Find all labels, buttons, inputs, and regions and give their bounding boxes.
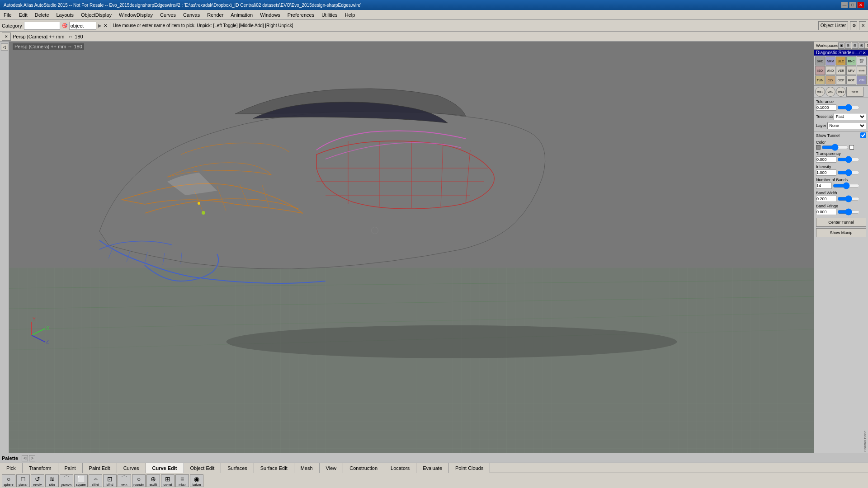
layer-select[interactable]: None All	[827, 122, 866, 129]
viewport[interactable]: X Z Y Persp [Camera] ++ mm ↔ 180	[9, 42, 814, 453]
object-name-input[interactable]	[69, 22, 96, 30]
menu-item-layouts[interactable]: Layouts	[53, 10, 78, 20]
vis3-icon[interactable]: vis3	[836, 87, 846, 97]
tab-paint-edit[interactable]: Paint Edit	[83, 463, 117, 473]
transparency-input[interactable]	[816, 156, 836, 163]
object-lister-button[interactable]: Object Lister	[818, 21, 848, 30]
tool-roundm[interactable]: ○roundm	[132, 474, 146, 487]
menu-item-preferences[interactable]: Preferences	[284, 10, 318, 20]
color-slider[interactable]	[821, 145, 849, 150]
palette-btn2[interactable]: ▷	[29, 455, 35, 461]
palette-btn1[interactable]: ◁	[22, 455, 28, 461]
shader-andr[interactable]: AND	[826, 66, 835, 75]
band-fringe-slider[interactable]	[837, 210, 860, 214]
num-bands-slider[interactable]	[833, 183, 860, 188]
vis2-icon[interactable]: vis2	[826, 87, 835, 97]
intensity-slider[interactable]	[837, 170, 860, 175]
tool-mbsr[interactable]: ≡mbsr	[175, 474, 189, 487]
shader-vers[interactable]: VER	[836, 66, 846, 75]
tab-paint[interactable]: Paint	[58, 463, 83, 473]
show-tunnel-checkbox[interactable]	[860, 132, 866, 138]
tab-object-edit[interactable]: Object Edit	[184, 463, 222, 473]
band-fringe-input[interactable]	[816, 209, 836, 215]
shader-isol[interactable]: ISO	[815, 66, 825, 75]
tab-construction[interactable]: Construction	[343, 463, 384, 473]
tool-skin[interactable]: ≋skin	[45, 474, 59, 487]
diag-maximize-btn[interactable]: □	[860, 51, 862, 55]
tool-sphere[interactable]: ○sphere	[2, 474, 15, 487]
tab-mesh[interactable]: Mesh	[294, 463, 320, 473]
tab-surfaces[interactable]: Surfaces	[221, 463, 254, 473]
tool-blfnd[interactable]: ⊡blfnd	[103, 474, 117, 487]
ws-btn3[interactable]: ⊟	[852, 42, 858, 49]
intensity-input[interactable]	[816, 169, 836, 176]
toolbar-extra2[interactable]: ✕	[859, 21, 866, 30]
tool-balcm[interactable]: ◉balcm	[190, 474, 203, 487]
tab-curves[interactable]: Curves	[117, 463, 146, 473]
sidebar-toggle[interactable]: ◁	[1, 43, 8, 51]
menu-item-render[interactable]: Render	[203, 10, 227, 20]
show-manip-btn[interactable]: Show Manip	[816, 228, 866, 237]
tab-transform[interactable]: Transform	[23, 463, 58, 473]
tool-esdflt[interactable]: ⊕esdflt	[146, 474, 160, 487]
menu-item-windows[interactable]: Windows	[256, 10, 284, 20]
tolerance-slider[interactable]	[837, 105, 860, 110]
shader-hoto[interactable]: HOT	[846, 75, 856, 84]
tool-crvnet[interactable]: ⊞crvnet	[161, 474, 175, 487]
category-input[interactable]	[24, 22, 60, 30]
ws-btn2[interactable]: ⊞	[845, 42, 851, 49]
maximize-button[interactable]: □	[849, 2, 856, 8]
tool-profiles[interactable]: ⌒profiles	[60, 474, 73, 487]
tessellate-select[interactable]: Fast Slow Custom	[834, 113, 866, 120]
menu-item-curves[interactable]: Curves	[156, 10, 179, 20]
shader-ltun[interactable]: TUN	[815, 75, 825, 84]
shader-urev[interactable]: URV	[846, 66, 856, 75]
menu-item-file[interactable]: File	[0, 10, 15, 20]
menu-item-objectdisplay[interactable]: ObjectDisplay	[77, 10, 115, 20]
shader-clay[interactable]: CLY	[826, 75, 835, 84]
tab-pick[interactable]: Pick	[0, 463, 23, 473]
shader-olcu[interactable]: olcu rvl	[857, 56, 867, 66]
menu-item-windowdisplay[interactable]: WindowDisplay	[115, 10, 156, 20]
shader-norm[interactable]: NRM	[826, 56, 835, 66]
vis1-icon[interactable]: vis1	[815, 87, 825, 97]
center-tunnel-btn[interactable]: Center Tunnel	[816, 218, 866, 227]
tab-point-clouds[interactable]: Point Clouds	[449, 463, 490, 473]
tool-flfan[interactable]: ⌒flfan	[118, 474, 131, 487]
tab-surface-edit[interactable]: Surface Edit	[254, 463, 294, 473]
band-width-input[interactable]	[816, 196, 836, 202]
shader-ulco[interactable]: ULC	[836, 56, 846, 66]
menu-item-animation[interactable]: Animation	[227, 10, 256, 20]
tab-view[interactable]: View	[320, 463, 344, 473]
tool-sfillet[interactable]: ⌢sfillet	[89, 474, 102, 487]
num-bands-input[interactable]	[816, 183, 832, 189]
tolerance-input[interactable]	[816, 104, 836, 111]
ws-btn1[interactable]: ▣	[838, 42, 844, 49]
toolbar-extra1[interactable]: ⚙	[850, 21, 857, 30]
transparency-slider[interactable]	[837, 157, 860, 162]
color-swatch-light[interactable]	[849, 145, 854, 150]
tool-revolv[interactable]: ↺revolv	[31, 474, 44, 487]
tab-evaluate[interactable]: Evaluate	[416, 463, 449, 473]
menu-item-delete[interactable]: Delete	[31, 10, 53, 20]
menu-item-utilities[interactable]: Utilities	[318, 10, 341, 20]
tab-locators[interactable]: Locators	[384, 463, 416, 473]
shader-vred[interactable]: VRD	[857, 75, 867, 84]
menu-item-canvas[interactable]: Canvas	[179, 10, 203, 20]
diag-close-btn[interactable]: ✕	[863, 51, 866, 55]
shader-shdn[interactable]: SHD	[815, 56, 825, 66]
shader-ranc[interactable]: RNC	[846, 56, 856, 66]
color-swatch-dark[interactable]	[816, 145, 821, 150]
view-close-btn[interactable]: ✕	[2, 33, 11, 41]
ws-btn4[interactable]: ⊠	[859, 42, 865, 49]
menu-item-help[interactable]: Help	[341, 10, 359, 20]
close-button[interactable]: ✕	[857, 2, 864, 8]
shader-ulse[interactable]: ulse tx	[857, 66, 867, 75]
show-workspaces-btn[interactable]: Show	[865, 42, 868, 49]
menu-item-edit[interactable]: Edit	[15, 10, 31, 20]
diag-minimize-btn[interactable]: —	[855, 51, 859, 55]
band-width-slider[interactable]	[837, 197, 860, 201]
minimize-button[interactable]: —	[841, 2, 848, 8]
tool-planar[interactable]: □planar	[16, 474, 30, 487]
tab-curve-edit[interactable]: Curve Edit	[146, 463, 184, 473]
